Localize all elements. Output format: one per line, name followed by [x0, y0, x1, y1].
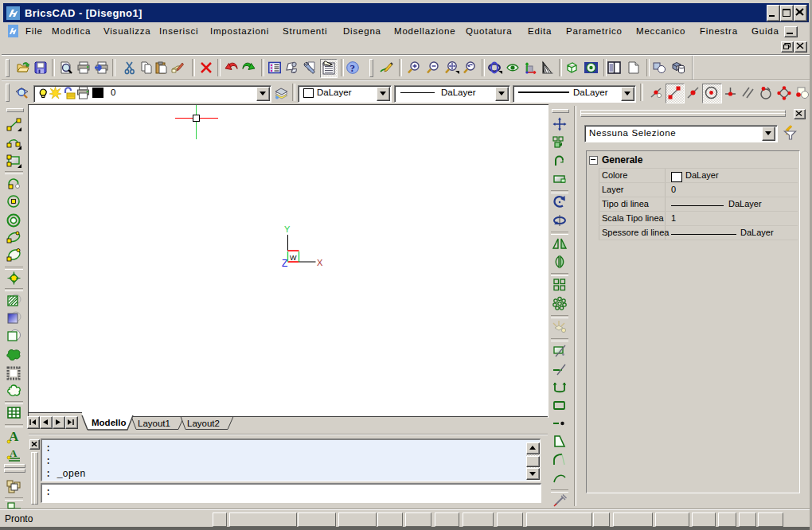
svg-text:X: X — [317, 258, 323, 267]
svg-text:Z: Z — [282, 258, 287, 269]
svg-text:W: W — [290, 254, 297, 262]
svg-text:Y: Y — [284, 224, 291, 234]
svg-text:?: ? — [350, 62, 356, 74]
svg-text:A: A — [10, 447, 18, 459]
